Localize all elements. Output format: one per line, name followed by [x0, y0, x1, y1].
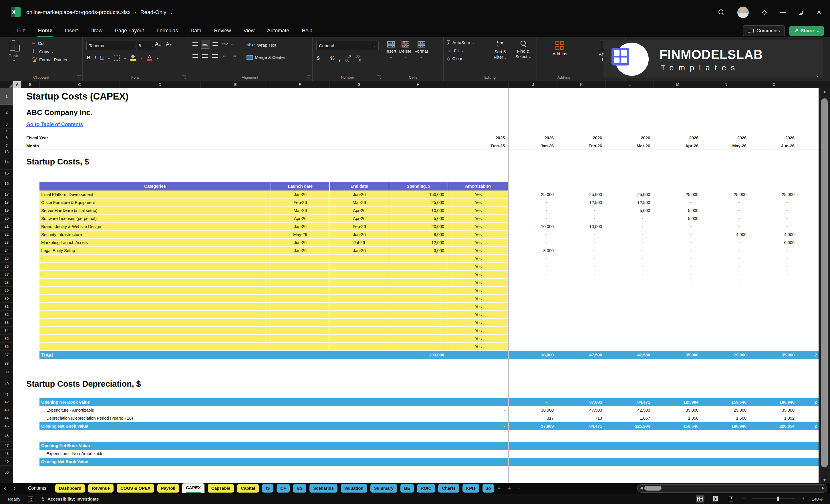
spending-cell[interactable]: [389, 343, 448, 351]
menu-tab-formulas[interactable]: Formulas: [150, 24, 184, 37]
month-value-cell[interactable]: -: [509, 343, 557, 351]
sheet-tab-roic[interactable]: ROIC: [417, 484, 435, 493]
number-format-select[interactable]: General⌄: [316, 41, 379, 50]
minimize-button[interactable]: —: [780, 9, 786, 15]
month-value-cell[interactable]: 35,000: [750, 406, 798, 414]
month-value-cell[interactable]: 6,000: [750, 239, 798, 247]
align-bottom-button[interactable]: [211, 40, 220, 48]
launch-date-cell[interactable]: [270, 319, 329, 327]
column-header-N[interactable]: N: [702, 81, 750, 88]
month-value-cell[interactable]: -: [702, 458, 750, 466]
month-value-cell[interactable]: -: [557, 271, 605, 279]
month-value-cell[interactable]: -: [557, 287, 605, 295]
spending-cell[interactable]: [389, 311, 448, 319]
opening-balance-cell[interactable]: -: [448, 458, 508, 466]
clipboard-dialog-launcher[interactable]: ↘: [77, 75, 81, 80]
end-date-cell[interactable]: [329, 255, 389, 262]
row-number-2[interactable]: 2: [0, 105, 13, 120]
month-value-cell[interactable]: -: [605, 295, 653, 303]
category-cell[interactable]: -: [39, 262, 270, 271]
month-value-cell[interactable]: -: [702, 279, 750, 287]
share-button[interactable]: ↗ Share ⌄: [789, 26, 824, 36]
alignment-dialog-launcher[interactable]: ↘: [307, 75, 311, 80]
month-value-cell[interactable]: -: [750, 287, 798, 295]
category-cell[interactable]: -: [39, 311, 270, 319]
column-header-E[interactable]: E: [200, 81, 271, 88]
month-value-cell[interactable]: -: [509, 335, 557, 343]
launch-date-cell[interactable]: [270, 303, 329, 311]
month-value-cell[interactable]: -: [750, 247, 798, 255]
month-value-cell[interactable]: 3,000: [509, 247, 557, 255]
category-cell[interactable]: Brand Identity & Website Design: [39, 223, 270, 230]
launch-date-cell[interactable]: Jan-26: [270, 247, 329, 255]
menu-tab-page-layout[interactable]: Page Layout: [109, 24, 150, 37]
spending-cell[interactable]: [389, 271, 448, 279]
month-value-cell[interactable]: -: [557, 230, 605, 239]
category-cell[interactable]: Software Licenses (perpetual): [39, 215, 270, 223]
shrink-font-button[interactable]: A▼: [166, 41, 172, 47]
font-color-button[interactable]: A: [147, 55, 153, 61]
month-value-cell[interactable]: -: [702, 239, 750, 247]
category-cell[interactable]: -: [39, 327, 270, 335]
month-value-cell[interactable]: -: [750, 271, 798, 279]
month-value-cell[interactable]: -: [750, 255, 798, 262]
fiscal-month-value[interactable]: 2026: [605, 134, 653, 142]
month-value-cell[interactable]: -: [509, 255, 557, 262]
row-number-6[interactable]: 6: [0, 134, 13, 142]
table-of-contents-link[interactable]: Go to Table of Contents: [26, 120, 83, 129]
orientation-button[interactable]: ab↗: [221, 40, 229, 48]
row-number-46[interactable]: 46: [0, 430, 13, 442]
category-cell[interactable]: -: [39, 343, 270, 351]
month-value-cell[interactable]: -: [605, 311, 653, 319]
fiscal-month-value[interactable]: Feb-26: [557, 142, 605, 150]
category-cell[interactable]: -: [39, 255, 270, 262]
chevron-down-icon[interactable]: ⌄: [169, 10, 173, 14]
italic-button[interactable]: I: [94, 55, 96, 61]
month-value-cell[interactable]: -: [557, 207, 605, 215]
month-value-cell[interactable]: 317: [509, 414, 557, 422]
row-number-23[interactable]: 23: [0, 239, 13, 247]
row-number-38[interactable]: 38: [0, 359, 13, 368]
month-value-cell[interactable]: 37,683: [557, 398, 605, 406]
month-value-cell[interactable]: -: [605, 335, 653, 343]
sheet-tab-dashboard[interactable]: Dashboard: [55, 484, 85, 493]
month-value-cell[interactable]: -: [557, 303, 605, 311]
scroll-up-icon[interactable]: ▲: [820, 89, 830, 94]
month-value-cell[interactable]: 12,500: [605, 198, 653, 207]
end-date-cell[interactable]: [329, 327, 389, 335]
spending-cell[interactable]: 8,000: [389, 230, 448, 239]
amortizable-cell[interactable]: Yes: [448, 319, 508, 327]
row-number-3[interactable]: 3: [0, 120, 13, 129]
row-number-30[interactable]: 30: [0, 295, 13, 303]
month-value-cell[interactable]: 35,000: [750, 351, 798, 359]
month-value-cell[interactable]: -: [750, 458, 798, 466]
month-value-cell[interactable]: -: [750, 198, 798, 207]
month-value-cell[interactable]: -: [557, 442, 605, 450]
table-header-cell[interactable]: End date: [329, 182, 389, 190]
month-value-cell[interactable]: -: [605, 239, 653, 247]
month-value-cell[interactable]: -: [750, 295, 798, 303]
amortizable-cell[interactable]: Yes: [448, 327, 508, 335]
spending-cell[interactable]: [389, 319, 448, 327]
month-value-cell[interactable]: -: [605, 262, 653, 271]
chevron-down-icon[interactable]: ⌄: [230, 42, 233, 49]
format-cells-button[interactable]: Format⌄: [414, 41, 428, 59]
fiscal-month-value[interactable]: May-26: [702, 142, 750, 150]
row-number-44[interactable]: 44: [0, 414, 13, 422]
column-header-L[interactable]: L: [605, 81, 654, 88]
row-number-29[interactable]: 29: [0, 287, 13, 295]
month-value-cell[interactable]: -: [653, 311, 702, 319]
category-cell[interactable]: -: [39, 303, 270, 311]
month-value-cell[interactable]: 25,000: [557, 190, 605, 198]
launch-date-cell[interactable]: [270, 335, 329, 343]
category-cell[interactable]: -: [39, 335, 270, 343]
increase-indent-button[interactable]: ⇥: [230, 52, 238, 60]
row-number-28[interactable]: 28: [0, 279, 13, 287]
month-value-cell[interactable]: -: [653, 450, 702, 458]
row-number-25[interactable]: 25: [0, 255, 13, 262]
column-header-H[interactable]: H: [389, 81, 448, 88]
delete-cells-button[interactable]: Delete⌄: [399, 41, 412, 59]
scroll-down-icon[interactable]: ▼: [820, 477, 830, 482]
chevron-down-icon[interactable]: ⌄: [323, 57, 326, 60]
cut-button[interactable]: ✂Cut: [32, 41, 67, 46]
